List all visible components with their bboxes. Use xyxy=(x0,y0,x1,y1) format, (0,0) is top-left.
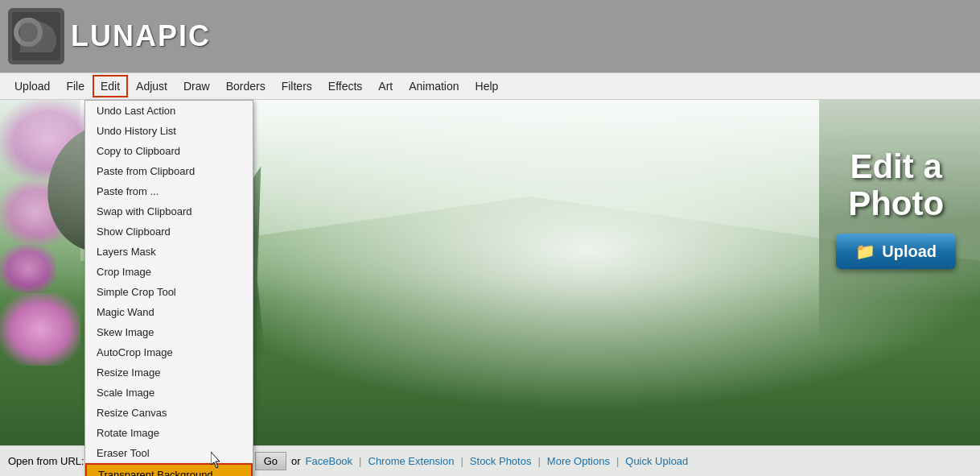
menu-magic-wand[interactable]: Magic Wand xyxy=(85,302,253,322)
navbar: Upload File Edit Adjust Draw Borders Fil… xyxy=(0,72,980,100)
menu-transparent-bg[interactable]: Transparent Background xyxy=(85,463,253,476)
upload-icon: 📁 xyxy=(855,242,875,261)
nav-edit[interactable]: Edit xyxy=(93,75,128,97)
nav-effects[interactable]: Effects xyxy=(320,75,371,97)
menu-copy-clipboard[interactable]: Copy to Clipboard xyxy=(85,141,253,161)
menu-show-clipboard[interactable]: Show Clipboard xyxy=(85,221,253,242)
sep-3: | xyxy=(537,455,540,467)
menu-skew-image[interactable]: Skew Image xyxy=(85,322,253,342)
menu-autocrop[interactable]: AutoCrop Image xyxy=(85,342,253,362)
nav-draw[interactable]: Draw xyxy=(175,75,218,97)
flower-cluster-4 xyxy=(0,293,80,366)
edit-dropdown-menu: Undo Last Action Undo History List Copy … xyxy=(84,100,253,476)
link-stock-photos[interactable]: Stock Photos xyxy=(470,455,532,467)
menu-undo-history[interactable]: Undo History List xyxy=(85,121,253,141)
logo-area: LUNAPIC xyxy=(8,8,211,64)
nav-art[interactable]: Art xyxy=(370,75,401,97)
nav-animation[interactable]: Animation xyxy=(401,75,467,97)
menu-paste-clipboard[interactable]: Paste from Clipboard xyxy=(85,161,253,181)
menu-scale-image[interactable]: Scale Image xyxy=(85,383,253,403)
nav-help[interactable]: Help xyxy=(467,75,507,97)
sep-1: | xyxy=(359,455,361,467)
main-area: Undo Last Action Undo History List Copy … xyxy=(0,100,980,476)
menu-undo-last[interactable]: Undo Last Action xyxy=(85,101,253,121)
menu-swap-clipboard[interactable]: Swap with Clipboard xyxy=(85,201,253,221)
header: LUNAPIC xyxy=(0,0,980,72)
logo-text: LUNAPIC xyxy=(71,19,211,53)
nav-filters[interactable]: Filters xyxy=(274,75,320,97)
menu-eraser-tool[interactable]: Eraser Tool xyxy=(85,443,253,463)
overlay-text-area: Edit aPhoto 📁 Upload xyxy=(836,148,956,269)
menu-rotate-image[interactable]: Rotate Image xyxy=(85,423,253,443)
link-chrome-ext[interactable]: Chrome Extension xyxy=(369,455,455,467)
menu-simple-crop[interactable]: Simple Crop Tool xyxy=(85,282,253,302)
nav-borders[interactable]: Borders xyxy=(218,75,274,97)
logo-icon xyxy=(8,8,64,64)
open-url-label: Open from URL: xyxy=(8,455,84,467)
go-button[interactable]: Go xyxy=(255,452,286,470)
menu-crop-image[interactable]: Crop Image xyxy=(85,262,253,282)
upload-button[interactable]: 📁 Upload xyxy=(836,234,956,269)
menu-resize-image[interactable]: Resize Image xyxy=(85,362,253,383)
or-text: or xyxy=(291,455,301,467)
nav-upload[interactable]: Upload xyxy=(6,75,58,97)
upload-button-label: Upload xyxy=(882,242,937,261)
menu-paste-from[interactable]: Paste from ... xyxy=(85,181,253,201)
link-facebook[interactable]: FaceBook xyxy=(306,455,353,467)
link-more-options[interactable]: More Options xyxy=(547,455,610,467)
sep-2: | xyxy=(460,455,463,467)
menu-layers-mask[interactable]: Layers Mask xyxy=(85,242,253,262)
edit-photo-headline: Edit aPhoto xyxy=(836,148,956,222)
menu-resize-canvas[interactable]: Resize Canvas xyxy=(85,403,253,423)
sep-4: | xyxy=(616,455,619,467)
link-quick-upload[interactable]: Quick Upload xyxy=(625,455,688,467)
nav-adjust[interactable]: Adjust xyxy=(128,75,175,97)
nav-file[interactable]: File xyxy=(58,75,93,97)
